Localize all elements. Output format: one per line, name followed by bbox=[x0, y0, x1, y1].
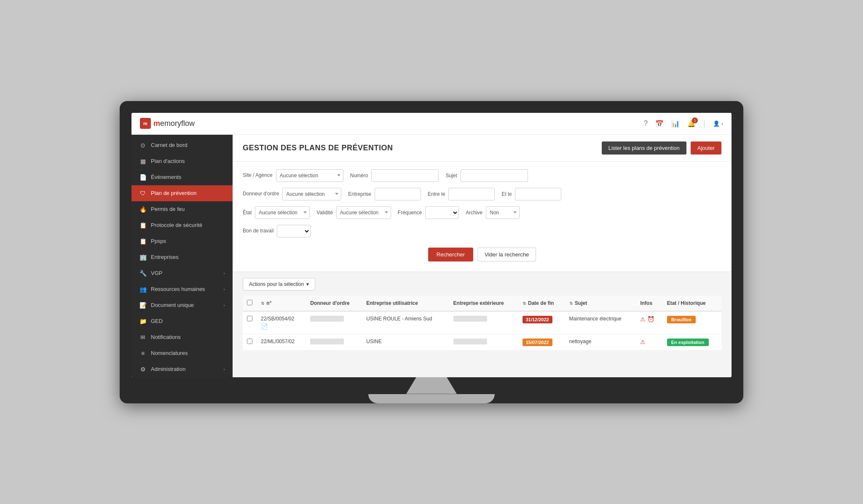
page-title: GESTION DES PLANS DE PRÉVENTION bbox=[243, 144, 393, 152]
logo-text: memoryflow bbox=[153, 119, 195, 128]
col-sujet[interactable]: ⇅ Sujet bbox=[565, 296, 636, 311]
sidebar-item-evenements[interactable]: 📄 Évènements bbox=[131, 169, 233, 185]
row1-clock-icon: ⏰ bbox=[647, 316, 654, 323]
content-header: GESTION DES PLANS DE PRÉVENTION Lister l… bbox=[233, 135, 732, 162]
sidebar-item-notifications[interactable]: ✉ Notifications bbox=[131, 329, 233, 345]
row2-alert-icon: ⚠ bbox=[640, 339, 646, 345]
calendar-icon[interactable]: 📅 bbox=[655, 120, 664, 128]
row2-sujet: nettoyage bbox=[565, 334, 636, 350]
sidebar-item-protocole[interactable]: 📋 Protocole de sécurité bbox=[131, 217, 233, 233]
sidebar-item-carnet[interactable]: ⊙ Carnet de bord bbox=[131, 137, 233, 153]
numero-input[interactable] bbox=[371, 169, 439, 182]
sidebar-item-label: Carnet de bord bbox=[151, 142, 188, 148]
search-button[interactable]: Rechercher bbox=[428, 248, 473, 261]
col-numero[interactable]: ⇅ n° bbox=[257, 296, 306, 311]
filter-group-et-le: Et le bbox=[501, 188, 561, 200]
clear-button[interactable]: Vider la recherche bbox=[477, 248, 536, 261]
sidebar-item-vgp[interactable]: 🔧 VGP › bbox=[131, 265, 233, 281]
actions-label: Actions pour la sélection bbox=[249, 281, 304, 287]
stand-base bbox=[368, 394, 495, 403]
validite-select[interactable]: Aucune sélection bbox=[336, 206, 391, 219]
entreprise-input[interactable] bbox=[375, 188, 421, 200]
sidebar-item-label: Notifications bbox=[151, 334, 181, 340]
filter-group-bon-travail: Bon de travail bbox=[243, 225, 311, 237]
filter-group-sujet: Sujet bbox=[445, 169, 528, 182]
sidebar-item-document[interactable]: 📝 Document unique › bbox=[131, 297, 233, 313]
filter-group-numero: Numéro bbox=[350, 169, 439, 182]
sidebar-item-nomenclatures[interactable]: ≡ Nomenclatures bbox=[131, 345, 233, 361]
filter-group-frequence: Fréquence bbox=[398, 206, 459, 219]
etat-label: État bbox=[243, 210, 252, 216]
sidebar-item-entreprises[interactable]: 🏢 Entreprises bbox=[131, 249, 233, 265]
row1-date-badge: 31/12/2022 bbox=[523, 316, 552, 323]
sidebar-item-label: Ressources humaines bbox=[151, 286, 205, 292]
row1-alert-icon: ⚠ bbox=[640, 316, 646, 323]
sidebar-item-plan-actions[interactable]: ▦ Plan d'actions bbox=[131, 153, 233, 169]
lister-button[interactable]: Lister les plans de prévention bbox=[602, 141, 686, 155]
nomenclatures-icon: ≡ bbox=[139, 350, 147, 357]
sort-icon-numero: ⇅ bbox=[261, 301, 264, 306]
col-date-fin[interactable]: ⇅ Date de fin bbox=[518, 296, 565, 311]
sidebar-item-ppsps[interactable]: 📋 Ppsps bbox=[131, 233, 233, 249]
document-chevron: › bbox=[223, 303, 225, 308]
filter-row-1: Site / Agence Aucune sélection Numéro Su… bbox=[243, 169, 721, 182]
sidebar-item-label: Plan de prévention bbox=[151, 190, 196, 196]
vgp-icon: 🔧 bbox=[139, 270, 147, 277]
ajouter-button[interactable]: Ajouter bbox=[691, 141, 721, 155]
sujet-input[interactable] bbox=[461, 169, 528, 182]
sidebar-item-label: Administration bbox=[151, 366, 185, 372]
etat-select[interactable]: Aucune sélection bbox=[255, 206, 310, 219]
chart-icon[interactable]: 📊 bbox=[671, 120, 680, 128]
sidebar-item-ressources[interactable]: 👥 Ressources humaines › bbox=[131, 281, 233, 297]
row1-date-fin: 31/12/2022 bbox=[518, 311, 565, 334]
sidebar-item-label: Protocole de sécurité bbox=[151, 222, 202, 228]
numero-label: Numéro bbox=[350, 173, 368, 179]
actions-dropdown[interactable]: Actions pour la sélection ▾ bbox=[243, 278, 315, 291]
table-header: ⇅ n° Donneur d'ordre Entreprise utilisat… bbox=[243, 296, 721, 311]
protocole-icon: 📋 bbox=[139, 222, 147, 229]
carnet-icon: ⊙ bbox=[139, 142, 147, 149]
row1-infos: ⚠ ⏰ bbox=[636, 311, 662, 334]
stand-neck bbox=[406, 377, 457, 394]
notification-icon[interactable]: 🔔 1 bbox=[687, 120, 696, 128]
filter-group-entreprise: Entreprise bbox=[348, 188, 421, 200]
row2-entreprise-ext bbox=[449, 334, 518, 350]
notification-badge: 1 bbox=[692, 117, 698, 123]
entreprises-icon: 🏢 bbox=[139, 254, 147, 261]
entre-le-input[interactable] bbox=[448, 188, 495, 200]
site-select[interactable]: Aucune sélection bbox=[276, 169, 343, 182]
col-donneur: Donneur d'ordre bbox=[306, 296, 362, 311]
help-icon[interactable]: ? bbox=[644, 120, 648, 127]
select-all-checkbox[interactable] bbox=[247, 300, 252, 305]
sidebar-item-permis-feu[interactable]: 🔥 Permis de feu bbox=[131, 201, 233, 217]
archive-select[interactable]: Non Oui bbox=[486, 206, 520, 219]
sidebar-item-administration[interactable]: ⚙ Administration › bbox=[131, 361, 233, 377]
col-etat: Etat / Historique bbox=[663, 296, 721, 311]
col-infos: Infos bbox=[636, 296, 662, 311]
plan-actions-icon: ▦ bbox=[139, 158, 147, 165]
row2-checkbox[interactable] bbox=[247, 339, 252, 344]
table-area: Actions pour la sélection ▾ ⇅ bbox=[233, 272, 732, 377]
sidebar-item-ged[interactable]: 📁 GED bbox=[131, 313, 233, 329]
row1-pdf-icon[interactable]: 📄 bbox=[261, 323, 302, 330]
user-menu[interactable]: 👤 › bbox=[713, 120, 723, 127]
row2-numero-text: 22/ML/0057/02 bbox=[261, 339, 295, 344]
administration-chevron: › bbox=[223, 367, 225, 372]
site-label: Site / Agence bbox=[243, 172, 273, 179]
sidebar-item-label: Évènements bbox=[151, 174, 181, 180]
ged-icon: 📁 bbox=[139, 318, 147, 325]
et-le-input[interactable] bbox=[515, 188, 561, 200]
frequence-select[interactable] bbox=[425, 206, 459, 219]
filter-group-donneur: Donneur d'ordre Aucune sélection bbox=[243, 188, 341, 200]
archive-label: Archive bbox=[466, 210, 482, 216]
donneur-select[interactable]: Aucune sélection bbox=[282, 188, 341, 200]
bon-travail-select[interactable] bbox=[277, 225, 311, 237]
table-body: 22/SB/0054/02 📄 USINE ROULE - Amiens Sud bbox=[243, 311, 721, 351]
sidebar-item-plan-prevention[interactable]: 🛡 Plan de prévention bbox=[131, 185, 233, 201]
row2-info-icons: ⚠ bbox=[640, 339, 658, 345]
row2-numero: 22/ML/0057/02 bbox=[257, 334, 306, 350]
row1-ext-blur bbox=[453, 316, 487, 322]
document-icon: 📝 bbox=[139, 302, 147, 309]
row1-checkbox[interactable] bbox=[247, 316, 252, 321]
row1-info-icons: ⚠ ⏰ bbox=[640, 316, 658, 323]
